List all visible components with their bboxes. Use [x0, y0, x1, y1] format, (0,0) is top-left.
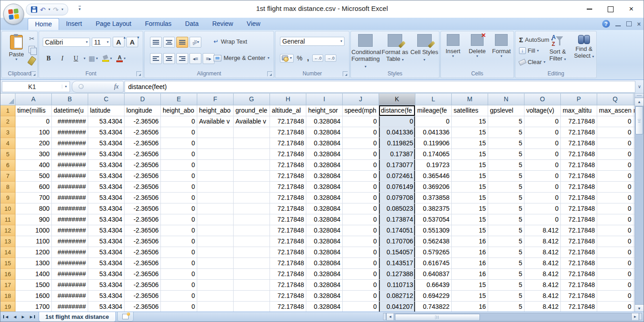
- row-header-15[interactable]: 15: [0, 258, 15, 269]
- cell-A2[interactable]: 0: [15, 116, 52, 127]
- cell-I4[interactable]: 0.328084: [306, 138, 343, 149]
- cell-N9[interactable]: 5: [488, 193, 524, 203]
- row-header-2[interactable]: 2: [0, 116, 15, 127]
- align-right-button[interactable]: [176, 53, 188, 64]
- orientation-button[interactable]: ab▾: [190, 37, 201, 48]
- sort-filter-button[interactable]: AZ Sort & Filter ▾: [544, 35, 571, 62]
- cut-icon[interactable]: ✂: [29, 35, 35, 42]
- cell-C1[interactable]: latitude: [88, 105, 125, 116]
- cell-A4[interactable]: 200: [15, 138, 52, 149]
- cell-L9[interactable]: 0.373858: [415, 193, 452, 203]
- cell-H8[interactable]: 72.17848: [270, 182, 306, 193]
- cell-N14[interactable]: 5: [488, 247, 524, 258]
- cell-I2[interactable]: 0.328084: [306, 116, 343, 127]
- cell-N2[interactable]: 5: [488, 116, 524, 127]
- cell-O7[interactable]: 0: [524, 171, 561, 182]
- tab-data[interactable]: Data: [178, 18, 205, 30]
- cell-H15[interactable]: 72.17848: [270, 258, 306, 269]
- cell-E13[interactable]: 0: [161, 236, 197, 247]
- tab-home[interactable]: Home: [28, 18, 59, 30]
- cell-N4[interactable]: 5: [488, 138, 524, 149]
- cell-styles-button[interactable]: Cell Styles ▾: [410, 34, 439, 69]
- cell-P19[interactable]: 72.17848: [561, 302, 597, 312]
- cell-L14[interactable]: 0.579265: [415, 247, 452, 258]
- horizontal-split-handle-right[interactable]: [639, 313, 642, 320]
- cell-L19[interactable]: 0.743822: [415, 302, 452, 312]
- cell-L10[interactable]: 0.382375: [415, 203, 452, 214]
- increase-indent-button[interactable]: ≡▸: [203, 53, 215, 64]
- decrease-indent-button[interactable]: ◂≡: [190, 53, 201, 64]
- column-header-H[interactable]: H: [270, 94, 306, 105]
- cell-J17[interactable]: 0: [343, 280, 379, 291]
- cell-A5[interactable]: 300: [15, 149, 52, 160]
- delete-cells-button[interactable]: Delete ▾: [466, 34, 489, 58]
- vertical-split-handle[interactable]: [635, 94, 644, 98]
- cell-J11[interactable]: 0: [343, 214, 379, 225]
- cell-O2[interactable]: 0: [524, 116, 561, 127]
- cell-C10[interactable]: 53.4304: [88, 203, 125, 214]
- cell-O1[interactable]: voltage(v): [524, 105, 561, 116]
- cell-J2[interactable]: 0: [343, 116, 379, 127]
- cell-D7[interactable]: -2.36506: [125, 171, 161, 182]
- cell-O6[interactable]: 0: [524, 160, 561, 171]
- cell-J4[interactable]: 0: [343, 138, 379, 149]
- cell-F17[interactable]: [197, 280, 234, 291]
- row-header-4[interactable]: 4: [0, 138, 15, 149]
- cell-E14[interactable]: 0: [161, 247, 197, 258]
- cell-K11[interactable]: 0.173874: [379, 214, 415, 225]
- cell-H1[interactable]: altitude_al: [270, 105, 306, 116]
- cell-N5[interactable]: 5: [488, 149, 524, 160]
- cell-B8[interactable]: ########: [52, 182, 88, 193]
- cell-C19[interactable]: 53.4304: [88, 302, 125, 312]
- cell-D6[interactable]: -2.36506: [125, 160, 161, 171]
- cell-F12[interactable]: [197, 225, 234, 236]
- cell-K6[interactable]: 0.173077: [379, 160, 415, 171]
- cell-E8[interactable]: 0: [161, 182, 197, 193]
- cell-L5[interactable]: 0.174065: [415, 149, 452, 160]
- cell-N1[interactable]: gpslevel: [488, 105, 524, 116]
- cell-A9[interactable]: 700: [15, 193, 52, 203]
- borders-icon[interactable]: ▦: [89, 55, 95, 62]
- row-header-8[interactable]: 8: [0, 182, 15, 193]
- cell-E19[interactable]: 0: [161, 302, 197, 312]
- cell-E11[interactable]: 0: [161, 214, 197, 225]
- column-header-C[interactable]: C: [88, 94, 125, 105]
- cell-M17[interactable]: 15: [452, 280, 488, 291]
- row-header-6[interactable]: 6: [0, 160, 15, 171]
- cell-H2[interactable]: 72.17848: [270, 116, 306, 127]
- cell-Q8[interactable]: 0: [597, 182, 634, 193]
- align-top-button[interactable]: [150, 37, 162, 48]
- column-header-F[interactable]: F: [197, 94, 234, 105]
- cell-C6[interactable]: 53.4304: [88, 160, 125, 171]
- column-header-E[interactable]: E: [161, 94, 197, 105]
- cell-D16[interactable]: -2.36506: [125, 269, 161, 280]
- name-box[interactable]: K1 ▾: [2, 81, 70, 92]
- cell-I7[interactable]: 0.328084: [306, 171, 343, 182]
- cell-I10[interactable]: 0.328084: [306, 203, 343, 214]
- cell-L11[interactable]: 0.537054: [415, 214, 452, 225]
- cell-J14[interactable]: 0: [343, 247, 379, 258]
- cell-C15[interactable]: 53.4304: [88, 258, 125, 269]
- cell-B10[interactable]: ########: [52, 203, 88, 214]
- cell-I6[interactable]: 0.328084: [306, 160, 343, 171]
- column-header-D[interactable]: D: [125, 94, 161, 105]
- cell-N13[interactable]: 5: [488, 236, 524, 247]
- cell-O19[interactable]: 8.412: [524, 302, 561, 312]
- cell-J13[interactable]: 0: [343, 236, 379, 247]
- cell-O9[interactable]: 0: [524, 193, 561, 203]
- scroll-left-icon[interactable]: ◄: [386, 313, 394, 321]
- cell-P14[interactable]: 72.17848: [561, 247, 597, 258]
- cell-D8[interactable]: -2.36506: [125, 182, 161, 193]
- name-box-dropdown-icon[interactable]: ▾: [62, 84, 70, 89]
- horizontal-scroll-track[interactable]: [394, 313, 631, 321]
- cell-C9[interactable]: 53.4304: [88, 193, 125, 203]
- borders-dropdown-icon[interactable]: ▾: [96, 57, 98, 60]
- cell-D17[interactable]: -2.36506: [125, 280, 161, 291]
- cell-L2[interactable]: 0: [415, 116, 452, 127]
- cell-O8[interactable]: 0: [524, 182, 561, 193]
- cell-F19[interactable]: [197, 302, 234, 312]
- row-header-17[interactable]: 17: [0, 280, 15, 291]
- column-header-O[interactable]: O: [524, 94, 561, 105]
- cell-D5[interactable]: -2.36506: [125, 149, 161, 160]
- cell-C18[interactable]: 53.4304: [88, 291, 125, 302]
